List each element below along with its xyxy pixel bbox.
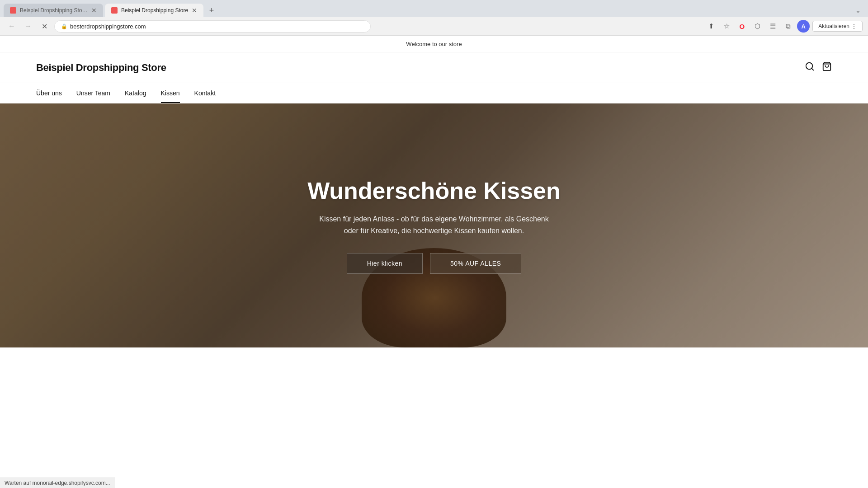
back-button[interactable]: ← <box>5 20 18 33</box>
nav-item-kissen[interactable]: Kissen <box>161 83 180 103</box>
browser-tab-2[interactable]: Beispiel Dropshipping Store ✕ <box>105 4 203 17</box>
opera-icon[interactable]: O <box>736 20 748 33</box>
status-text: Warten auf monorail-edge.shopifysvc.com.… <box>5 480 110 486</box>
browser-tab-1[interactable]: Beispiel Dropshipping Store · ... ✕ <box>4 4 103 17</box>
store-nav: Über uns Unser Team Katalog Kissen Konta… <box>0 83 868 103</box>
svg-line-1 <box>811 68 813 70</box>
nav-item-kontakt[interactable]: Kontakt <box>194 83 216 103</box>
store-page: Welcome to our store Beispiel Dropshippi… <box>0 36 868 347</box>
tab-bar: Beispiel Dropshipping Store · ... ✕ Beis… <box>0 0 868 17</box>
hero-content: Wunderschöne Kissen Kissen für jeden Anl… <box>0 103 868 347</box>
hero-secondary-button[interactable]: 50% AUF ALLES <box>430 253 521 274</box>
tab1-favicon <box>10 7 16 14</box>
browser-actions: ⬆ ☆ O ⬡ ☰ ⧉ A Aktualisieren ⋮ <box>705 20 863 33</box>
tab-bar-right: ⌄ <box>852 5 864 16</box>
store-header: Beispiel Dropshipping Store <box>0 52 868 83</box>
header-icons <box>805 61 832 74</box>
cart-button[interactable] <box>822 61 832 74</box>
update-button[interactable]: Aktualisieren ⋮ <box>812 21 863 32</box>
hero-title: Wunderschöne Kissen <box>307 177 561 204</box>
url-text: besterdropshippingstore.com <box>70 23 146 30</box>
hero-section: Wunderschöne Kissen Kissen für jeden Anl… <box>0 103 868 347</box>
search-button[interactable] <box>805 61 815 74</box>
update-btn-label: Aktualisieren <box>818 23 849 29</box>
sidebar-button[interactable]: ☰ <box>766 20 779 33</box>
nav-item-katalog[interactable]: Katalog <box>125 83 146 103</box>
split-button[interactable]: ⧉ <box>782 20 794 33</box>
tab-bar-chevron-icon[interactable]: ⌄ <box>852 5 864 16</box>
url-bar[interactable]: 🔒 besterdropshippingstore.com <box>54 20 371 33</box>
nav-item-unser-team[interactable]: Unser Team <box>76 83 110 103</box>
extensions-button[interactable]: ⬡ <box>751 20 764 33</box>
tab2-title: Beispiel Dropshipping Store <box>121 7 188 14</box>
new-tab-button[interactable]: + <box>205 4 218 17</box>
address-bar: ← → ✕ 🔒 besterdropshippingstore.com ⬆ ☆ … <box>0 17 868 36</box>
store-logo[interactable]: Beispiel Dropshipping Store <box>36 62 166 74</box>
tab1-title: Beispiel Dropshipping Store · ... <box>20 7 88 14</box>
profile-avatar[interactable]: A <box>797 20 810 33</box>
reload-button[interactable]: ✕ <box>38 20 51 33</box>
hero-buttons: Hier klicken 50% AUF ALLES <box>347 253 522 274</box>
nav-item-ueber-uns[interactable]: Über uns <box>36 83 62 103</box>
forward-button[interactable]: → <box>22 20 34 33</box>
hero-primary-button[interactable]: Hier klicken <box>347 253 423 274</box>
lock-icon: 🔒 <box>61 23 67 29</box>
announcement-bar: Welcome to our store <box>0 36 868 52</box>
share-button[interactable]: ⬆ <box>705 20 717 33</box>
tab1-close-icon[interactable]: ✕ <box>91 7 97 14</box>
browser-chrome: Beispiel Dropshipping Store · ... ✕ Beis… <box>0 0 868 36</box>
announcement-text: Welcome to our store <box>406 41 462 47</box>
update-btn-more-icon: ⋮ <box>851 23 857 29</box>
tab2-close-icon[interactable]: ✕ <box>192 7 197 14</box>
tab2-favicon <box>111 7 118 14</box>
status-bar: Warten auf monorail-edge.shopifysvc.com.… <box>0 478 115 488</box>
bookmark-button[interactable]: ☆ <box>720 20 733 33</box>
hero-subtitle: Kissen für jeden Anlass - ob für das eig… <box>316 213 552 236</box>
